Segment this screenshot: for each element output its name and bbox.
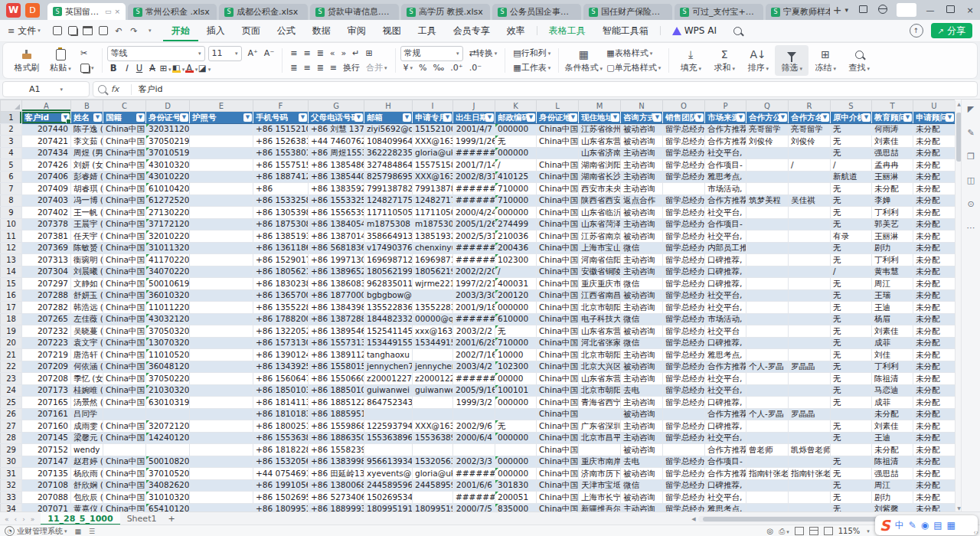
filter-header-cell[interactable]: 合作方名▼ bbox=[789, 112, 831, 124]
cell[interactable]: 剧玏 bbox=[872, 492, 913, 504]
cell[interactable] bbox=[413, 492, 453, 504]
filter-header-cell[interactable]: 原中介机▼ bbox=[831, 112, 872, 124]
cell[interactable]: 2002/9/6 bbox=[453, 420, 495, 433]
tab-table-tools[interactable]: 表格工具 bbox=[541, 20, 594, 41]
cell[interactable]: 北京大兴区 bbox=[579, 361, 621, 373]
cell[interactable]: m1875308 bbox=[413, 218, 453, 230]
cell[interactable]: 207426 bbox=[22, 159, 71, 172]
convert-button[interactable]: ⇄ 转换▾ bbox=[466, 47, 501, 59]
cell[interactable]: 社交平台, bbox=[705, 302, 746, 314]
cell[interactable] bbox=[190, 479, 253, 492]
cell[interactable]: 135522836 bbox=[413, 302, 453, 314]
cell[interactable]: 207165 bbox=[22, 397, 71, 409]
cell[interactable] bbox=[190, 361, 253, 373]
cell[interactable]: 被动咨询 bbox=[621, 361, 663, 373]
cell[interactable]: 未分配 bbox=[913, 479, 956, 492]
cell[interactable]: 被动咨询 bbox=[621, 492, 663, 504]
cell[interactable]: 180562199 bbox=[413, 266, 453, 278]
row-header-15[interactable]: 15 bbox=[1, 278, 22, 290]
cell[interactable]: +86 15152100 bbox=[253, 123, 309, 136]
fill-button[interactable]: ⤓ 填充▾ bbox=[674, 45, 707, 76]
row-header-28[interactable]: 28 bbox=[1, 432, 22, 444]
cell[interactable]: +86 15582391866 bbox=[309, 444, 364, 456]
cell[interactable]: China中国 bbox=[537, 278, 579, 290]
cell[interactable]: 32010220020531242X bbox=[146, 230, 190, 243]
cell[interactable]: China中国 bbox=[537, 479, 579, 492]
cell[interactable]: 个人-罗晶 bbox=[746, 361, 789, 373]
cell[interactable] bbox=[746, 302, 789, 314]
column-header-M[interactable]: M bbox=[579, 100, 621, 112]
cell[interactable]: 2003/3/30 bbox=[453, 289, 495, 302]
cell[interactable]: 207223 bbox=[22, 337, 71, 349]
cell[interactable] bbox=[103, 408, 146, 420]
cell[interactable]: 无 bbox=[831, 123, 872, 136]
cell[interactable]: 1997/2/21 bbox=[453, 278, 495, 290]
cell[interactable] bbox=[190, 468, 253, 480]
cell[interactable]: 杨眉 bbox=[872, 313, 913, 325]
cell[interactable]: 未分配 bbox=[872, 444, 913, 456]
cell[interactable]: 成雨雯 (女 bbox=[71, 420, 103, 433]
align-center-icon[interactable]: ≡ bbox=[300, 63, 313, 73]
cell[interactable]: +86 52734062 bbox=[309, 492, 364, 504]
cell[interactable]: 207369 bbox=[22, 242, 71, 254]
merge-icon[interactable]: ⊞ bbox=[363, 48, 376, 58]
cell[interactable]: 155363896 bbox=[413, 432, 453, 444]
merge-cells-button[interactable]: 合并▾ bbox=[363, 62, 390, 74]
cell[interactable]: +86 13839985047 bbox=[309, 456, 364, 468]
cell[interactable]: 327484864 bbox=[364, 159, 413, 172]
align-top-icon[interactable]: ≡ bbox=[287, 48, 300, 58]
cell[interactable]: 成菲 bbox=[872, 337, 913, 349]
filter-header-cell[interactable]: 姓名▼ bbox=[71, 112, 103, 124]
cell[interactable]: 371721200501264452 bbox=[146, 218, 190, 230]
cell[interactable] bbox=[190, 384, 253, 397]
cell[interactable]: 无 bbox=[831, 136, 872, 148]
cell[interactable]: 未分配 bbox=[913, 136, 956, 148]
cell[interactable]: 153205639 bbox=[413, 456, 453, 468]
cell[interactable]: 180995191 bbox=[413, 503, 453, 511]
cell[interactable]: China中国 bbox=[103, 147, 146, 159]
cell[interactable]: 广东省深圳 bbox=[579, 420, 621, 433]
row-header-19[interactable]: 19 bbox=[1, 325, 22, 338]
strikethrough-button[interactable]: A bbox=[146, 63, 159, 74]
cell[interactable]: 湖南省浏阳 bbox=[579, 159, 621, 172]
cell[interactable]: 2002/8/31 bbox=[453, 171, 495, 183]
cell[interactable] bbox=[190, 147, 253, 159]
cell[interactable]: China中国 bbox=[103, 420, 146, 433]
cell[interactable] bbox=[789, 349, 831, 361]
cell[interactable]: 320721200209060081 bbox=[146, 420, 190, 433]
cell[interactable]: China中国 bbox=[103, 183, 146, 195]
cell[interactable]: 207282 bbox=[22, 302, 71, 314]
bold-button[interactable]: B bbox=[107, 63, 120, 74]
cell[interactable]: China中国 bbox=[103, 136, 146, 148]
cell[interactable]: 留学总经办 bbox=[663, 313, 705, 325]
cell[interactable]: 内部员工推 bbox=[705, 242, 746, 254]
cell[interactable]: 留学总经办 bbox=[663, 230, 705, 243]
cell[interactable]: 王丽淋 bbox=[872, 230, 913, 243]
cell[interactable]: 陈祖清 bbox=[872, 456, 913, 468]
preview-icon[interactable] bbox=[96, 24, 111, 38]
tab-公式[interactable]: 公式 bbox=[269, 20, 304, 41]
cell[interactable] bbox=[746, 432, 789, 444]
cell[interactable]: 江苏省徐州 bbox=[579, 123, 621, 136]
fill-color-button[interactable]: ◧▾ bbox=[172, 63, 185, 74]
smart-search-icon[interactable] bbox=[98, 85, 106, 93]
cell[interactable]: +44 7460762888 bbox=[309, 136, 364, 148]
cell[interactable]: 000000 bbox=[495, 468, 537, 480]
column-header-H[interactable]: H bbox=[364, 100, 413, 112]
cell[interactable]: jennychen7 bbox=[413, 361, 453, 373]
cell[interactable]: +86 1877000215 bbox=[309, 289, 364, 302]
cell[interactable]: 陈敏赟 (女 bbox=[71, 242, 103, 254]
cell[interactable]: 指南针张老 bbox=[746, 468, 789, 480]
cell[interactable]: 北京市朝阳 bbox=[579, 384, 621, 397]
cell[interactable]: 500106199702210321 bbox=[146, 278, 190, 290]
document-tab[interactable]: S贷款申请信息.xlsx bbox=[310, 4, 399, 20]
cell[interactable]: China中国 bbox=[103, 325, 146, 338]
filter-header-cell[interactable]: 市场来源▼ bbox=[705, 112, 746, 124]
column-header-I[interactable]: I bbox=[413, 100, 453, 112]
cell[interactable] bbox=[413, 349, 453, 361]
ime-collapse-handle[interactable]: ‹› bbox=[974, 529, 978, 536]
select-cursor-icon[interactable]: ◤ bbox=[968, 104, 974, 114]
cell[interactable]: 未分配 bbox=[913, 289, 956, 302]
cell[interactable]: China中国 bbox=[537, 218, 579, 230]
cell[interactable]: 衡琬明 (女 bbox=[71, 254, 103, 266]
